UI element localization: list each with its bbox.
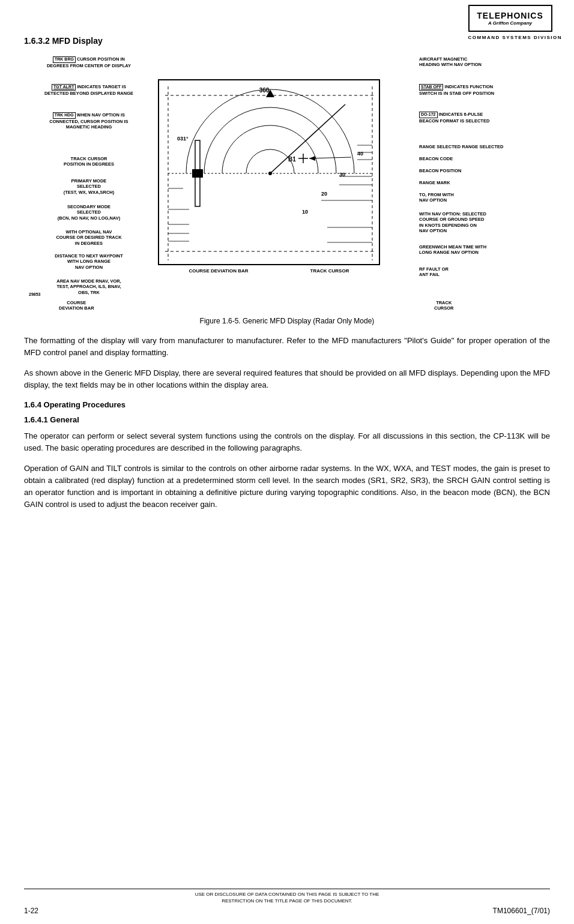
- figure-container: TRK BRG CURSOR POSITION INDEGREES FROM C…: [24, 55, 550, 325]
- gen-para2: Operation of GAIN and TILT controls is s…: [24, 463, 550, 511]
- doc-number: TM106601_(7/01): [493, 907, 550, 915]
- secondary-mode-label: SECONDARY MODESELECTED(BCN, NO NAV, NO L…: [26, 204, 152, 221]
- svg-text:40: 40: [357, 151, 363, 157]
- primary-mode-label: PRIMARY MODESELECTED(TEST, WX, WXA,SRCH): [26, 178, 152, 195]
- para2: As shown above in the Generic MFD Displa…: [24, 367, 550, 391]
- sec164-heading: 1.6.4 Operating Procedures: [24, 400, 550, 409]
- range-mark-label: RANGE MARK: [419, 180, 548, 185]
- optional-nav-label: WITH OPTIONAL NAVCOURSE OR DESIRED TRACK…: [26, 229, 152, 246]
- svg-line-5: [270, 104, 345, 173]
- rf-fault-label: RF FAULT ORANT FAIL: [419, 266, 548, 278]
- nav-option-label: WITH NAV OPTION: SELECTEDCOURSE OR GROUN…: [419, 211, 548, 234]
- svg-text:20: 20: [321, 191, 327, 197]
- header: TELEPHONICS A Griffon Company COMMAND SY…: [468, 5, 562, 40]
- footer-bottom: 1-22 TM106601_(7/01): [24, 907, 550, 915]
- beacon-position-label: BEACON POSITION: [419, 168, 548, 173]
- bottom-labels-row: COURSE DEVIATION BAR TRACK CURSOR: [158, 268, 380, 274]
- left-labels: TRK BRG CURSOR POSITION INDEGREES FROM C…: [26, 55, 155, 313]
- svg-text:360: 360: [259, 87, 270, 94]
- radar-display: 360 031° B1 40 30 20 10: [158, 79, 380, 265]
- gen-para1: The operator can perform or select sever…: [24, 430, 550, 454]
- svg-text:10: 10: [302, 209, 308, 215]
- track-cursor-label: TRACK CURSORPOSITION IN DEGREES: [26, 156, 152, 167]
- track-cursor-btm2: TRACK CURSOR: [310, 268, 349, 274]
- trk-hdg-label: TRK HDG WHEN NAV OPTION ISCONNECTED, CUR…: [26, 112, 152, 130]
- company-logo: TELEPHONICS A Griffon Company: [468, 5, 552, 32]
- company-name: TELEPHONICS: [477, 11, 543, 20]
- page-number: 1-22: [24, 907, 38, 915]
- ref-num-label: 29853: [29, 292, 40, 298]
- svg-marker-20: [309, 156, 315, 161]
- radar-svg: 360 031° B1 40 30 20 10: [159, 80, 380, 265]
- section-heading: 1.6.3.2 MFD Display: [24, 36, 550, 46]
- track-cursor-btm-label: TRACKCURSOR: [434, 300, 454, 311]
- right-labels: AIRCRAFT MAGNETICHEADING WITH NAV OPTION…: [416, 55, 548, 313]
- course-deviation-btm: COURSE DEVIATION BAR: [189, 268, 249, 274]
- svg-text:031°: 031°: [177, 136, 189, 142]
- svg-text:B1: B1: [288, 156, 296, 163]
- course-dev-label: COURSEDEVIATION BAR: [59, 300, 94, 311]
- svg-point-6: [268, 172, 272, 175]
- waypoint-dist-label: DISTANCE TO NEXT WAYPOINTWITH LONG RANGE…: [26, 253, 152, 270]
- greenwich-label: GREENWICH MEAN TIME WITHLONG RANGE NAV O…: [419, 244, 548, 256]
- svg-rect-11: [192, 169, 203, 178]
- footer-disclaimer: USE OR DISCLOSURE OF DATA CONTAINED ON T…: [24, 889, 550, 904]
- footer: USE OR DISCLOSURE OF DATA CONTAINED ON T…: [24, 889, 550, 915]
- to-from-label: TO, FROM WITHNAV OPTION: [419, 192, 548, 203]
- do172-label: DO-172 INDICATES 6-PULSEBEACON FORMAT IS…: [419, 112, 548, 124]
- diagram-wrapper: TRK BRG CURSOR POSITION INDEGREES FROM C…: [26, 55, 548, 313]
- area-nav-label: AREA NAV MODE RNAV, VOR,TEST, APPROACH, …: [26, 278, 152, 295]
- stab-off-label: STAB OFF INDICATES FUNCTIONSWITCH IS IN …: [419, 84, 548, 96]
- company-subtitle: A Griffon Company: [488, 20, 532, 26]
- aircraft-mag-label: AIRCRAFT MAGNETICHEADING WITH NAV OPTION: [419, 56, 548, 68]
- main-content: 1.6.3.2 MFD Display TRK BRG CURSOR POSIT…: [24, 36, 550, 519]
- sec1641-heading: 1.6.4.1 General: [24, 415, 550, 424]
- tgt-alrt-label: TGT ALRT INDICATES TARGET ISDETECTED BEY…: [26, 84, 152, 96]
- range-selected-label: RANGE SELECTED RANGE SELECTED: [419, 144, 548, 149]
- trk-brg-label: TRK BRG CURSOR POSITION INDEGREES FROM C…: [26, 56, 152, 68]
- para1: The formatting of the display will vary …: [24, 335, 550, 359]
- beacon-code-label: BEACON CODE: [419, 156, 548, 161]
- svg-text:30: 30: [339, 172, 345, 178]
- figure-caption: Figure 1.6-5. Generic MFD Display (Radar…: [24, 317, 550, 325]
